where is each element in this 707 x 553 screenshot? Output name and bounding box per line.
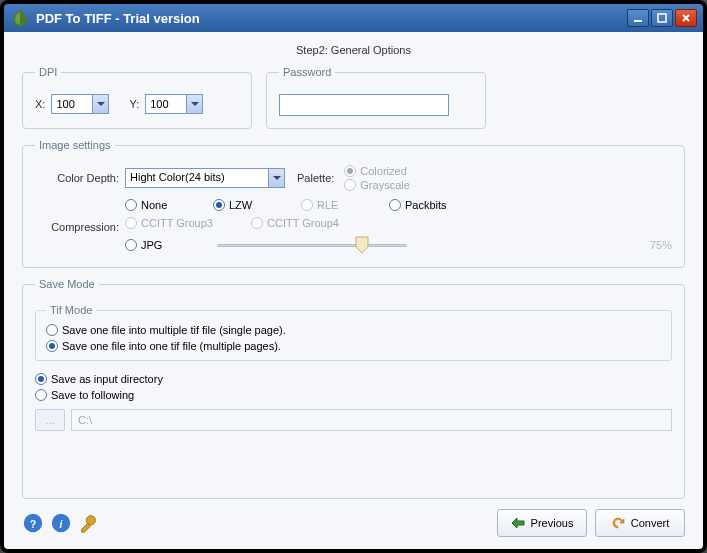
refresh-icon	[611, 516, 625, 530]
dpi-y-input[interactable]	[146, 95, 186, 113]
password-legend: Password	[279, 66, 335, 78]
slider-track	[217, 244, 407, 247]
slider-thumb[interactable]	[355, 236, 369, 254]
maximize-button[interactable]	[651, 9, 673, 27]
chevron-down-icon[interactable]	[186, 95, 202, 113]
dpi-y-combo[interactable]	[145, 94, 203, 114]
tif-multi-page-radio[interactable]: Save one file into one tif file (multipl…	[46, 340, 661, 352]
save-as-input-radio[interactable]: Save as input directory	[35, 373, 672, 385]
password-group: Password	[266, 66, 486, 129]
palette-label: Palette:	[297, 172, 334, 184]
svg-rect-0	[634, 20, 642, 22]
output-path-input	[71, 409, 672, 431]
dpi-x-combo[interactable]	[51, 94, 109, 114]
previous-button[interactable]: Previous	[497, 509, 587, 537]
svg-text:?: ?	[30, 519, 36, 530]
window-title: PDF To TIFF - Trial version	[36, 11, 627, 26]
compression-jpg-radio[interactable]: JPG	[125, 239, 197, 251]
dpi-group: DPI X: Y:	[22, 66, 252, 129]
dpi-x-input[interactable]	[52, 95, 92, 113]
compression-label: Compression:	[35, 199, 125, 233]
arrow-left-icon	[511, 517, 525, 529]
color-depth-label: Color Depth:	[35, 172, 125, 184]
key-icon[interactable]	[78, 512, 100, 534]
save-mode-group: Save Mode Tif Mode Save one file into mu…	[22, 278, 685, 499]
minimize-button[interactable]	[627, 9, 649, 27]
save-to-following-radio[interactable]: Save to following	[35, 389, 672, 401]
step-label: Step2: General Options	[22, 40, 685, 66]
svg-rect-1	[658, 14, 666, 22]
image-settings-legend: Image settings	[35, 139, 115, 151]
compression-lzw-radio[interactable]: LZW	[213, 199, 285, 211]
close-button[interactable]	[675, 9, 697, 27]
bottom-bar: ? i Previous Convert	[22, 499, 685, 537]
compression-none-radio[interactable]: None	[125, 199, 197, 211]
compression-rle-radio: RLE	[301, 199, 373, 211]
browse-button: ...	[35, 409, 65, 431]
svg-text:i: i	[60, 519, 63, 530]
app-icon	[10, 8, 30, 28]
dpi-y-label: Y:	[129, 98, 139, 110]
titlebar: PDF To TIFF - Trial version	[4, 4, 703, 32]
tif-mode-group: Tif Mode Save one file into multiple tif…	[35, 304, 672, 361]
palette-colorized-radio: Colorized	[344, 165, 410, 177]
client-area: Step2: General Options DPI X: Y:	[4, 32, 703, 549]
app-window: PDF To TIFF - Trial version Step2: Gener…	[0, 0, 707, 553]
tif-mode-legend: Tif Mode	[46, 304, 96, 316]
compression-packbits-radio[interactable]: Packbits	[389, 199, 461, 211]
save-mode-legend: Save Mode	[35, 278, 99, 290]
dpi-x-label: X:	[35, 98, 45, 110]
image-settings-group: Image settings Color Depth: Hight Color(…	[22, 139, 685, 268]
convert-button[interactable]: Convert	[595, 509, 685, 537]
color-depth-value: Hight Color(24 bits)	[126, 169, 268, 187]
dpi-legend: DPI	[35, 66, 61, 78]
compression-ccitt4-radio: CCITT Group4	[251, 217, 339, 229]
tif-single-page-radio[interactable]: Save one file into multiple tif file (si…	[46, 324, 661, 336]
info-icon[interactable]: i	[50, 512, 72, 534]
compression-ccitt3-radio: CCITT Group3	[125, 217, 235, 229]
color-depth-select[interactable]: Hight Color(24 bits)	[125, 168, 285, 188]
window-buttons	[627, 9, 697, 27]
chevron-down-icon[interactable]	[92, 95, 108, 113]
jpg-quality-slider[interactable]	[217, 235, 618, 255]
jpg-quality-value: 75%	[650, 239, 672, 251]
chevron-down-icon[interactable]	[268, 169, 284, 187]
palette-grayscale-radio: Grayscale	[344, 179, 410, 191]
help-icon[interactable]: ?	[22, 512, 44, 534]
password-input[interactable]	[279, 94, 449, 116]
